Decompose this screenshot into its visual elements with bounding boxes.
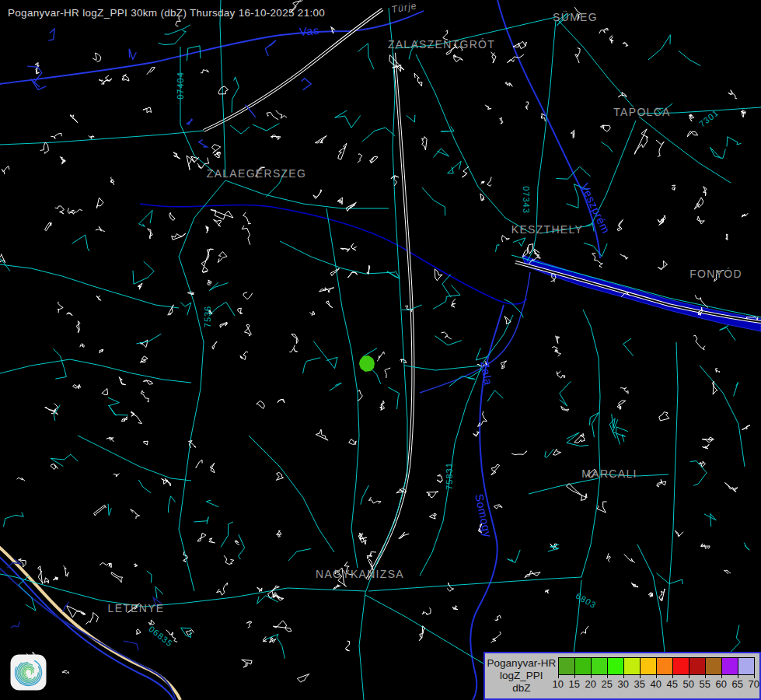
- radar-title: Poganyvar-HR logZ_PPI 30km (dbZ) Thursda…: [8, 7, 325, 19]
- legend-tick-label: 50: [680, 678, 697, 690]
- legend-tick-label: 65: [729, 678, 746, 690]
- legend-color-cell: [558, 657, 575, 675]
- legend-panel: Poganyvar-HR logZ_PPI dbZ 10152025303540…: [483, 652, 761, 700]
- legend-caption: Poganyvar-HR logZ_PPI dbZ: [485, 653, 558, 698]
- legend-tick-label: 70: [745, 678, 761, 690]
- legend-color-cell: [672, 657, 689, 675]
- legend-color-cell: [640, 657, 657, 675]
- weather-spiral-logo: [10, 654, 47, 691]
- legend-color-cell: [656, 657, 673, 675]
- road-network: [0, 0, 761, 700]
- legend-tick-label: 40: [648, 678, 665, 690]
- legend-tick-label: 55: [696, 678, 714, 690]
- legend-radar-name: Poganyvar-HR: [485, 657, 558, 670]
- legend-unit: dbZ: [485, 682, 558, 695]
- legend-color-cell: [607, 657, 624, 675]
- river-and-boundary-lines: [0, 0, 600, 700]
- legend-color-cell: [689, 657, 706, 675]
- legend-color-cells: [558, 657, 755, 675]
- legend-color-cell: [623, 657, 641, 675]
- radar-echo: [359, 355, 375, 372]
- legend-tick-label: 60: [713, 678, 730, 690]
- legend-tick-label: 10: [550, 678, 567, 690]
- logo-background: [11, 655, 47, 691]
- railway-lines: [204, 9, 761, 579]
- legend-tick-label: 25: [599, 678, 616, 690]
- legend-tick-label: 35: [631, 678, 648, 690]
- legend-color-cell: [574, 657, 592, 675]
- legend-color-cell: [591, 657, 608, 675]
- legend-color-cell: [705, 657, 722, 675]
- radar-map: [0, 0, 761, 700]
- legend-tick-label: 30: [615, 678, 632, 690]
- legend-tick-label: 15: [566, 678, 583, 690]
- radar-screen: Poganyvar-HR logZ_PPI 30km (dbZ) Thursda…: [0, 0, 761, 700]
- legend-color-cell: [738, 657, 755, 675]
- legend-colorbar: 10152025303540455055606570: [558, 657, 759, 698]
- village-outline-decorations: [0, 0, 758, 682]
- legend-product-name: logZ_PPI: [485, 670, 558, 682]
- lake-balaton: [522, 255, 761, 331]
- legend-tick-label: 45: [664, 678, 681, 690]
- legend-color-cell: [721, 657, 738, 675]
- legend-tick-label: 20: [582, 678, 599, 690]
